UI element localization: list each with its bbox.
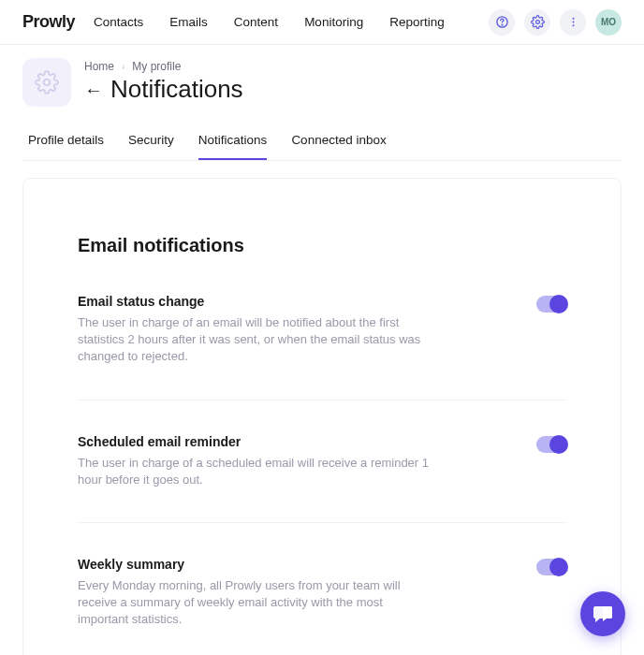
setting-weekly-summary: Weekly summary Every Monday morning, all… — [78, 557, 566, 655]
toggle-email-status-change[interactable] — [536, 296, 566, 313]
svg-point-2 — [535, 21, 539, 24]
svg-point-1 — [502, 24, 503, 25]
svg-point-4 — [572, 22, 574, 23]
tab-profile-details[interactable]: Profile details — [28, 133, 104, 160]
nav-content[interactable]: Content — [234, 15, 278, 29]
tab-connected-inbox[interactable]: Connected inbox — [291, 133, 386, 160]
toggle-scheduled-email-reminder[interactable] — [536, 436, 566, 453]
help-icon[interactable] — [489, 9, 515, 36]
back-arrow-icon[interactable]: ← — [84, 80, 103, 99]
nav-monitoring[interactable]: Monitoring — [304, 15, 363, 29]
topbar: Prowly Contacts Emails Content Monitorin… — [0, 0, 644, 45]
page-gear-icon — [22, 58, 71, 107]
page-title: Notifications — [110, 75, 243, 104]
breadcrumb-my-profile[interactable]: My profile — [132, 60, 181, 73]
tab-security[interactable]: Security — [128, 133, 174, 160]
topbar-right: MO — [489, 9, 622, 36]
toggle-weekly-summary[interactable] — [536, 559, 566, 575]
avatar[interactable]: MO — [595, 9, 622, 36]
setting-desc: The user in charge of a scheduled email … — [78, 455, 433, 488]
more-icon[interactable] — [560, 9, 586, 36]
svg-point-3 — [572, 18, 574, 20]
chat-fab[interactable] — [580, 591, 625, 636]
breadcrumb-home[interactable]: Home — [84, 60, 114, 73]
gear-icon[interactable] — [524, 9, 550, 36]
breadcrumb: Home › My profile — [84, 60, 243, 73]
chevron-right-icon: › — [122, 62, 124, 72]
svg-point-6 — [44, 80, 51, 86]
setting-scheduled-email-reminder: Scheduled email reminder The user in cha… — [78, 434, 566, 523]
content-card: Email notifications Email status change … — [22, 178, 622, 655]
setting-title: Email status change — [78, 294, 433, 309]
setting-desc: Every Monday morning, all Prowly users f… — [78, 577, 433, 629]
main-nav: Contacts Emails Content Monitoring Repor… — [94, 15, 445, 29]
svg-point-5 — [572, 24, 574, 26]
setting-desc: The user in charge of an email will be n… — [78, 314, 433, 366]
nav-contacts[interactable]: Contacts — [94, 15, 143, 29]
nav-emails[interactable]: Emails — [169, 15, 208, 29]
setting-email-status-change: Email status change The user in charge o… — [78, 294, 566, 400]
setting-title: Weekly summary — [78, 557, 433, 572]
setting-title: Scheduled email reminder — [78, 434, 433, 449]
section-title: Email notifications — [78, 235, 566, 256]
header: Home › My profile ← Notifications Profil… — [0, 45, 644, 161]
nav-reporting[interactable]: Reporting — [389, 15, 445, 29]
tabs: Profile details Security Notifications C… — [22, 133, 622, 161]
logo[interactable]: Prowly — [22, 12, 75, 32]
tab-notifications[interactable]: Notifications — [198, 133, 268, 160]
